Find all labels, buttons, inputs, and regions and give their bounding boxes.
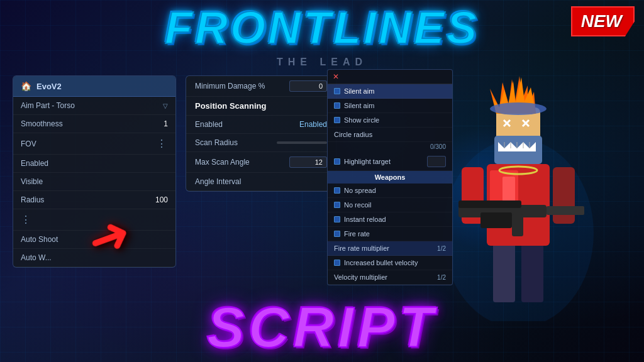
dropdown-icon: ▽: [163, 102, 168, 109]
highlight-target-checkbox: [334, 158, 340, 165]
svg-rect-7: [553, 167, 575, 224]
title-container: FRONTLINES: [165, 5, 479, 50]
instant-reload-item[interactable]: Instant reload: [328, 212, 452, 227]
max-scan-input[interactable]: [289, 156, 327, 168]
fire-rate-multiplier-label: Fire rate multiplier: [334, 244, 389, 252]
no-recoil-checkbox: [334, 202, 340, 208]
smoothness-row[interactable]: Smoothness 1: [13, 115, 175, 133]
angle-interval-row[interactable]: Angle Interval: [186, 173, 336, 191]
silent-aim-checkbox-2: [334, 102, 340, 109]
angle-interval-label: Angle Interval: [195, 177, 241, 186]
right-panel: Minimum Damage % Position Scanning Enabl…: [186, 75, 336, 192]
silent-aim-item-2[interactable]: Silent aim: [328, 99, 452, 113]
instant-reload-label: Instant reload: [344, 216, 386, 223]
smoothness-label: Smoothness: [21, 119, 63, 128]
no-spread-label: No spread: [344, 187, 376, 194]
fov-row[interactable]: FOV ⋮: [13, 133, 175, 155]
highlight-target-input[interactable]: [427, 156, 446, 167]
svg-rect-1: [493, 239, 515, 302]
enabled-scan-label: Enabled: [195, 120, 223, 129]
bullet-velocity-item[interactable]: Increased bullet velocity: [328, 256, 452, 270]
visible-label: Visible: [21, 177, 43, 186]
fire-rate-label: Fire rate: [344, 230, 370, 238]
auto-w-label: Auto W...: [21, 253, 52, 262]
no-recoil-label: No recoil: [344, 201, 371, 209]
game-title: FRONTLINES: [165, 5, 479, 50]
visible-row[interactable]: Visible: [13, 173, 175, 191]
progress-display: 0/300: [328, 142, 452, 153]
radius-label: Radius: [21, 195, 44, 204]
menu-overlay: ✕ Silent aim Silent aim Show circle Circ…: [327, 69, 453, 285]
fire-rate-item[interactable]: Fire rate: [328, 227, 452, 241]
weapons-section-header: Weapons: [328, 171, 452, 184]
fov-label: FOV: [21, 140, 36, 148]
radius-value: 100: [155, 195, 168, 204]
auto-shoot-label: Auto Shoot: [21, 235, 58, 244]
scan-radius-slider[interactable]: [277, 141, 327, 144]
script-label: SCRIPT: [207, 299, 437, 356]
svg-rect-24: [512, 214, 523, 236]
svg-rect-21: [458, 200, 521, 208]
no-recoil-item[interactable]: No recoil: [328, 198, 452, 212]
subtitle: THE LEAD: [277, 57, 367, 68]
svg-rect-2: [521, 239, 543, 302]
enabled-row[interactable]: Enabled: [13, 155, 175, 173]
fire-rate-checkbox: [334, 231, 340, 237]
radius-row[interactable]: Radius 100: [13, 191, 175, 209]
weapons-label: Weapons: [375, 173, 406, 181]
home-icon: 🏠: [21, 81, 31, 91]
smoothness-value: 1: [164, 119, 168, 128]
position-scanning-label: Position Scanning: [195, 101, 266, 111]
silent-aim-item-1[interactable]: Silent aim: [328, 84, 452, 99]
fire-rate-multiplier-item[interactable]: Fire rate multiplier 1/2: [328, 241, 452, 256]
velocity-multiplier-item[interactable]: Velocity multiplier 1/2: [328, 270, 452, 285]
panel-header: 🏠 EvoV2: [13, 76, 175, 97]
fire-rate-multiplier-value: 1/2: [437, 245, 446, 252]
svg-rect-22: [547, 206, 584, 215]
aim-part-label: Aim Part - Torso: [21, 101, 75, 110]
svg-rect-23: [480, 212, 512, 228]
progress-value: 0/300: [430, 143, 446, 150]
velocity-multiplier-value: 1/2: [437, 274, 446, 281]
highlight-target-item[interactable]: Highlight target: [328, 153, 452, 171]
silent-aim-label-2: Silent aim: [344, 102, 374, 109]
enabled-label: Enabled: [21, 159, 48, 168]
show-circle-checkbox: [334, 117, 340, 123]
silent-aim-checkbox-1: [334, 88, 340, 94]
enabled-scan-value: Enabled: [299, 120, 327, 129]
highlight-target-label: Highlight target: [344, 158, 391, 165]
scan-radius-label: Scan Radius: [195, 138, 238, 147]
fov-dots-icon[interactable]: ⋮: [157, 138, 168, 150]
show-circle-item[interactable]: Show circle: [328, 113, 452, 128]
enabled-scan-row[interactable]: Enabled Enabled: [186, 116, 336, 134]
panel-title: EvoV2: [36, 82, 62, 91]
instant-reload-checkbox: [334, 216, 340, 222]
circle-radius-label: Circle radius: [334, 131, 372, 138]
show-circle-label: Show circle: [344, 116, 379, 124]
extra-dots-icon[interactable]: ⋮: [21, 214, 32, 226]
min-damage-label: Minimum Damage %: [195, 82, 265, 90]
bullet-velocity-checkbox: [334, 260, 340, 266]
scan-radius-row[interactable]: Scan Radius: [186, 134, 336, 152]
menu-close-button[interactable]: ✕: [333, 72, 339, 81]
circle-radius-item[interactable]: Circle radius: [328, 128, 452, 142]
velocity-multiplier-label: Velocity multiplier: [334, 273, 387, 281]
no-spread-checkbox: [334, 187, 340, 194]
svg-rect-5: [502, 177, 515, 202]
position-scanning-header: Position Scanning: [186, 97, 336, 116]
silent-aim-label-1: Silent aim: [344, 87, 374, 95]
new-badge: NEW: [571, 6, 635, 36]
svg-point-25: [490, 102, 547, 115]
aim-part-row[interactable]: Aim Part - Torso ▽: [13, 97, 175, 115]
bullet-velocity-label: Increased bullet velocity: [344, 259, 418, 266]
max-scan-row[interactable]: Max Scan Angle: [186, 152, 336, 173]
no-spread-item[interactable]: No spread: [328, 184, 452, 198]
min-damage-row[interactable]: Minimum Damage %: [186, 76, 336, 97]
min-damage-input[interactable]: [289, 80, 327, 92]
max-scan-label: Max Scan Angle: [195, 158, 250, 167]
